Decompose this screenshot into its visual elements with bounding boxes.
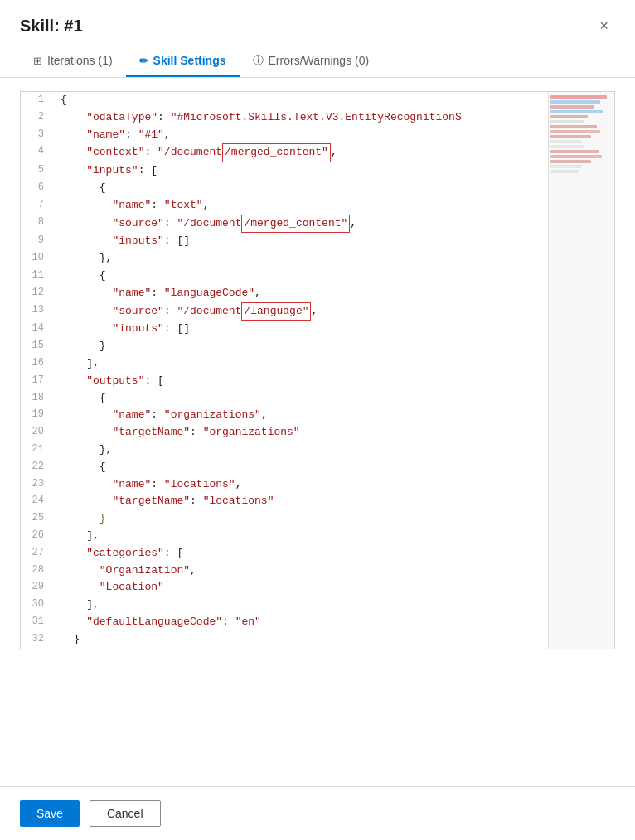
table-row: 5 "inputs": [: [21, 162, 614, 180]
table-row: 24 "targetName": "locations": [21, 493, 614, 510]
table-row: 13 "source": "/document/language",: [21, 302, 614, 321]
table-row: 16 ],: [21, 355, 614, 373]
table-row: 21 },: [21, 442, 614, 459]
close-button[interactable]: ×: [593, 15, 615, 36]
table-row: 27 "categories": [: [21, 545, 614, 562]
table-row: 28 "Organization",: [21, 562, 614, 580]
cancel-button[interactable]: Cancel: [90, 800, 161, 827]
skill-modal: Skill: #1 × ⊞ Iterations (1) ✏ Skill Set…: [0, 0, 635, 840]
save-button[interactable]: Save: [20, 800, 80, 827]
tab-errors-label: Errors/Warnings (0): [269, 54, 370, 67]
table-row: 30 ],: [21, 596, 614, 614]
table-row: 1 {: [21, 92, 614, 109]
table-row: 14 "inputs": []: [21, 321, 614, 338]
iterations-icon: ⊞: [33, 55, 42, 67]
code-table: 1 { 2 "odataType": "#Microsoft.Skills.Te…: [21, 92, 614, 649]
table-row: 9 "inputs": []: [21, 233, 614, 250]
tab-iterations[interactable]: ⊞ Iterations (1): [20, 46, 126, 77]
errors-icon: ⓘ: [253, 53, 264, 68]
table-row: 18 {: [21, 390, 614, 408]
modal-header: Skill: #1 ×: [0, 0, 635, 45]
table-row: 15 }: [21, 338, 614, 355]
table-row: 10 },: [21, 250, 614, 268]
table-row: 29 "Location": [21, 579, 614, 596]
modal-title: Skill: #1: [20, 17, 83, 36]
table-row: 7 "name": "text",: [21, 197, 614, 215]
table-row: 12 "name": "languageCode",: [21, 285, 614, 302]
table-row: 11 {: [21, 268, 614, 285]
table-row: 31 "defaultLanguageCode": "en": [21, 614, 614, 631]
modal-footer: Save Cancel: [0, 786, 635, 840]
tab-errors[interactable]: ⓘ Errors/Warnings (0): [240, 45, 383, 78]
tab-iterations-label: Iterations (1): [47, 54, 113, 67]
minimap-lines: [549, 92, 614, 178]
tab-skill-settings[interactable]: ✏ Skill Settings: [126, 46, 240, 77]
table-row: 26 ],: [21, 528, 614, 545]
table-row: 3 "name": "#1",: [21, 127, 614, 144]
table-row: 25 }: [21, 510, 614, 528]
tab-skill-settings-label: Skill Settings: [153, 54, 226, 67]
code-minimap: [548, 92, 614, 649]
content-area: 1 { 2 "odataType": "#Microsoft.Skills.Te…: [0, 78, 635, 786]
table-row: 6 {: [21, 180, 614, 197]
tabs-bar: ⊞ Iterations (1) ✏ Skill Settings ⓘ Erro…: [0, 45, 635, 78]
table-row: 23 "name": "locations",: [21, 476, 614, 494]
table-row: 2 "odataType": "#Microsoft.Skills.Text.V…: [21, 109, 614, 127]
table-row: 17 "outputs": [: [21, 373, 614, 390]
table-row: 20 "targetName": "organizations": [21, 424, 614, 442]
table-row: 22 {: [21, 459, 614, 476]
table-row: 19 "name": "organizations",: [21, 407, 614, 424]
skill-settings-icon: ✏: [139, 55, 148, 67]
table-row: 4 "context": "/document/merged_content",: [21, 143, 614, 162]
table-row: 8 "source": "/document/merged_content",: [21, 215, 614, 234]
table-row: 32 }: [21, 631, 614, 649]
code-editor[interactable]: 1 { 2 "odataType": "#Microsoft.Skills.Te…: [20, 91, 615, 649]
